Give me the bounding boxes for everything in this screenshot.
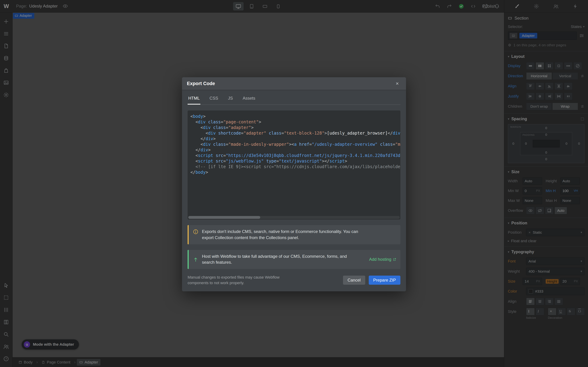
code-content: <body> <div class="page-content"> <div c… xyxy=(188,110,400,175)
arrow-up-icon xyxy=(193,257,199,262)
code-line: <!-- [if lte IE 9]><script src="https://… xyxy=(190,164,400,169)
webflow-designer: W Page: Udesly Adapter Publish ▾ ? Adapt… xyxy=(0,0,588,367)
scrollbar-thumb[interactable] xyxy=(188,216,260,219)
code-line: <div class="page-content"> xyxy=(190,119,400,125)
code-line: <div shortcode="adapter" class="text-blo… xyxy=(190,130,400,136)
export-tab-css[interactable]: CSS xyxy=(209,92,219,105)
horizontal-scrollbar[interactable] xyxy=(188,216,400,219)
info-icon xyxy=(193,229,199,234)
close-icon[interactable]: × xyxy=(393,80,401,87)
export-code-modal: Export Code × HTMLCSSJSAssets <body> <di… xyxy=(182,77,406,291)
export-disclaimer: Manual changes to exported files may cau… xyxy=(188,275,285,286)
code-line: </div> xyxy=(190,136,400,142)
modal-title: Export Code xyxy=(187,81,215,86)
modal-header: Export Code × xyxy=(182,77,406,90)
prepare-zip-button[interactable]: Prepare ZIP xyxy=(369,275,400,285)
hosting-upsell: Host with Webflow to take full advantage… xyxy=(188,250,400,269)
add-hosting-link[interactable]: Add hosting xyxy=(369,256,396,262)
export-tab-assets[interactable]: Assets xyxy=(242,92,256,105)
cms-export-warning: Exports don't include CMS, search, nativ… xyxy=(188,225,400,244)
code-line: </body> xyxy=(190,169,400,175)
external-link-icon xyxy=(393,258,396,261)
code-line: <body> xyxy=(190,114,400,119)
cancel-button[interactable]: Cancel xyxy=(343,275,365,285)
code-line: <div class="adapter"> xyxy=(190,125,400,130)
code-line: <div class="made-in-udesly-wrapper"><a h… xyxy=(190,142,400,147)
code-line: </div> xyxy=(190,147,400,153)
code-line: <script src="js/webflow.js" type="text/j… xyxy=(190,158,400,164)
export-tabs: HTMLCSSJSAssets xyxy=(188,90,400,105)
export-tab-html[interactable]: HTML xyxy=(188,92,200,105)
code-viewer[interactable]: <body> <div class="page-content"> <div c… xyxy=(188,110,400,219)
code-line: <script src="https://d3e54v103j8qbb.clou… xyxy=(190,153,400,158)
export-tab-js[interactable]: JS xyxy=(227,92,234,105)
